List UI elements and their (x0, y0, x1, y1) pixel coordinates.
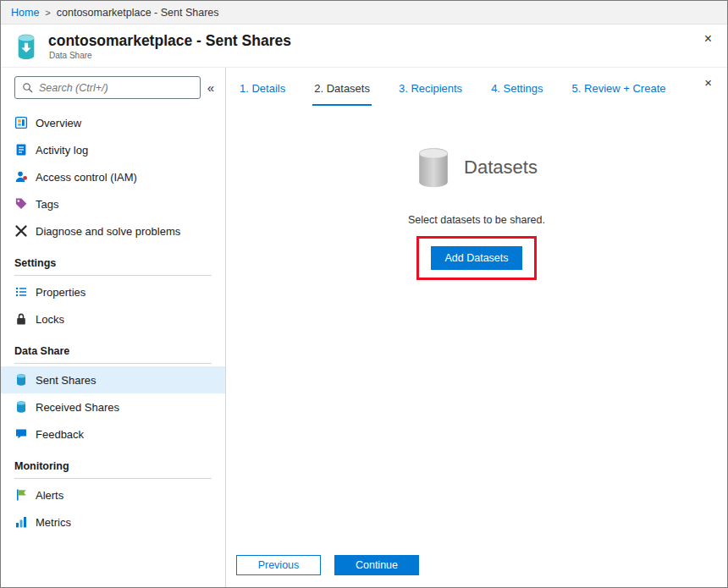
close-wizard-icon[interactable]: × (701, 73, 715, 89)
sidebar-item-metrics[interactable]: Metrics (1, 508, 225, 536)
datasets-heading: Datasets (464, 157, 538, 179)
datasets-description: Select datasets to be shared. (408, 214, 545, 226)
sidebar-item-diagnose[interactable]: Diagnose and solve problems (1, 217, 225, 245)
sidebar-section-settings: Settings (14, 257, 212, 276)
sidebar-section-monitoring: Monitoring (14, 460, 212, 479)
sidebar-item-label: Diagnose and solve problems (36, 225, 180, 238)
collapse-sidebar-icon[interactable]: « (201, 80, 221, 95)
sidebar-item-tags[interactable]: Tags (1, 190, 225, 217)
sidebar-item-label: Locks (36, 313, 64, 326)
wizard-footer: Previous Continue (226, 555, 727, 587)
sent-shares-icon (14, 373, 28, 387)
page-header: contosomarketplace - Sent Shares Data Sh… (1, 25, 727, 68)
sidebar-item-label: Overview (36, 117, 81, 129)
sidebar-item-sent-shares[interactable]: Sent Shares (1, 366, 225, 393)
diagnose-icon (14, 224, 28, 238)
page-body: « Overview (1, 68, 727, 587)
breadcrumb-current: contosomarketplace - Sent Shares (57, 7, 219, 19)
lock-icon (14, 312, 28, 326)
sidebar-item-label: Tags (36, 198, 58, 211)
sidebar-item-access-control[interactable]: Access control (IAM) (1, 163, 225, 190)
overview-icon (14, 116, 28, 129)
feedback-icon (14, 427, 28, 441)
sidebar-item-received-shares[interactable]: Received Shares (1, 393, 225, 420)
tab-review-create[interactable]: 5. Review + Create (571, 73, 668, 106)
breadcrumb: Home > contosomarketplace - Sent Shares (1, 1, 727, 25)
previous-button[interactable]: Previous (236, 555, 321, 575)
sidebar-item-label: Alerts (36, 489, 63, 502)
sidebar-item-label: Feedback (36, 428, 84, 441)
tab-settings[interactable]: 4. Settings (489, 73, 544, 106)
close-page-icon[interactable]: × (701, 32, 715, 46)
search-box (14, 76, 201, 99)
datasets-cylinder-icon (416, 146, 451, 189)
page-title: contosomarketplace - Sent Shares (48, 32, 291, 50)
sidebar-item-feedback[interactable]: Feedback (1, 420, 225, 448)
breadcrumb-home-link[interactable]: Home (11, 7, 39, 19)
search-input[interactable] (39, 82, 193, 94)
data-share-resource-icon (13, 32, 40, 61)
received-shares-icon (14, 400, 28, 414)
datasets-header: Datasets (416, 146, 538, 189)
wizard-panel: 1. Details 2. Datasets 3. Recipients 4. … (226, 68, 727, 587)
sidebar-item-label: Access control (IAM) (36, 171, 137, 184)
properties-icon (14, 285, 28, 299)
sidebar-item-label: Properties (36, 286, 85, 299)
page-subtitle: Data Share (49, 51, 291, 60)
access-control-icon (14, 170, 28, 184)
sidebar-item-properties[interactable]: Properties (1, 278, 225, 305)
app-window: Home > contosomarketplace - Sent Shares … (0, 0, 728, 588)
sidebar-item-alerts[interactable]: Alerts (1, 481, 225, 508)
page-header-text: contosomarketplace - Sent Shares Data Sh… (48, 32, 291, 60)
tags-icon (14, 197, 28, 211)
tab-datasets[interactable]: 2. Datasets (312, 73, 372, 106)
sidebar-item-label: Sent Shares (36, 374, 97, 387)
search-icon (22, 82, 33, 93)
sidebar-item-activity-log[interactable]: Activity log (1, 136, 225, 163)
sidebar-item-label: Metrics (36, 516, 71, 529)
tab-recipients[interactable]: 3. Recipients (397, 73, 464, 106)
continue-button[interactable]: Continue (334, 555, 419, 575)
highlight-box: Add Datasets (416, 236, 536, 280)
sidebar-item-overview[interactable]: Overview (1, 109, 225, 136)
alerts-icon (14, 488, 28, 502)
wizard-tabs: 1. Details 2. Datasets 3. Recipients 4. … (226, 73, 727, 106)
sidebar-section-data-share: Data Share (14, 345, 212, 364)
breadcrumb-separator: > (45, 8, 50, 18)
datasets-step-content: Datasets Select datasets to be shared. A… (226, 106, 727, 555)
sidebar-item-locks[interactable]: Locks (1, 305, 225, 332)
activity-log-icon (14, 143, 28, 157)
metrics-icon (14, 515, 28, 529)
tab-details[interactable]: 1. Details (238, 73, 287, 106)
sidebar: « Overview (1, 68, 226, 587)
sidebar-search-row: « (1, 76, 225, 99)
sidebar-item-label: Activity log (36, 144, 88, 157)
add-datasets-button[interactable]: Add Datasets (431, 246, 521, 270)
sidebar-item-label: Received Shares (36, 401, 119, 414)
